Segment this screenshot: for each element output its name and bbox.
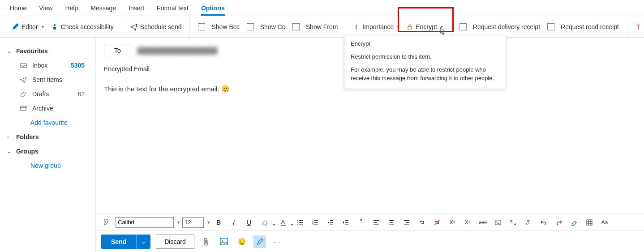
editor-pen-icon[interactable] [253, 235, 266, 248]
attach-icon[interactable] [200, 238, 212, 246]
align-right-button[interactable] [400, 216, 413, 229]
format-painter-icon[interactable] [100, 216, 113, 229]
sidebar-item-inbox[interactable]: Inbox 5305 [0, 58, 95, 73]
numbering-button[interactable]: 123 [309, 216, 322, 229]
show-from-toggle[interactable]: Show From [290, 21, 341, 32]
menu-help[interactable]: Help [59, 1, 84, 15]
inbox-icon [20, 62, 27, 68]
compose-pane: To ██████████████████ Encrypted Email Th… [95, 38, 644, 252]
redo-button[interactable] [553, 216, 565, 229]
bullets-button[interactable] [294, 216, 306, 229]
check-accessibility-button[interactable]: Check accessibility [48, 21, 116, 32]
rtl-button[interactable]: ¶ [522, 216, 535, 229]
subscript-button[interactable]: X2 [461, 216, 474, 229]
menu-format-text[interactable]: Format text [150, 1, 195, 15]
svg-text:!: ! [355, 23, 357, 30]
sidebar-folders-header[interactable]: › Folders [0, 130, 95, 144]
insert-image-icon[interactable] [218, 238, 230, 245]
align-center-button[interactable] [385, 216, 398, 229]
svg-rect-17 [314, 220, 318, 221]
superscript-button[interactable]: X2 [446, 216, 459, 229]
more-actions-button[interactable]: ··· [271, 238, 284, 245]
svg-text:¶: ¶ [510, 219, 513, 225]
format-toolbar: ▾ ▾ B I U ▾ A▾ 123 ” X2 X2 abc ¶ ¶ [96, 214, 644, 231]
chevron-down-icon: ⌄ [7, 149, 13, 154]
send-dropdown[interactable]: ⌄ [136, 235, 150, 249]
lock-icon [407, 24, 413, 30]
svg-rect-23 [330, 222, 333, 223]
menu-options[interactable]: Options [195, 1, 231, 15]
underline-button[interactable]: U [243, 216, 255, 229]
sidebar-groups-header[interactable]: ⌄ Groups [0, 144, 95, 158]
font-size-select[interactable] [182, 217, 204, 228]
insert-table-button[interactable] [583, 216, 596, 229]
undo-button[interactable] [537, 216, 550, 229]
svg-point-48 [222, 240, 223, 241]
show-bcc-toggle[interactable]: Show Bcc [195, 21, 242, 32]
new-group-link[interactable]: New group [0, 158, 95, 173]
drafts-label: Drafts [32, 90, 72, 98]
sidebar-favourites-header[interactable]: ⌄ Favourites [0, 44, 95, 58]
favourites-label: Favourites [16, 47, 48, 55]
show-cc-toggle[interactable]: Show Cc [244, 21, 288, 32]
message-body[interactable]: This is the text for the encrypted email… [96, 74, 644, 214]
menu-message[interactable]: Message [84, 1, 122, 15]
show-bcc-label: Show Bcc [211, 23, 239, 30]
editor-button[interactable]: Editor ▾ [9, 21, 47, 32]
svg-rect-47 [220, 239, 228, 245]
svg-point-51 [242, 240, 243, 241]
send-button[interactable]: Send [101, 235, 136, 249]
inbox-label: Inbox [32, 62, 65, 69]
menu-view[interactable]: View [33, 1, 59, 15]
highlight-button[interactable]: ▾ [258, 216, 273, 229]
importance-icon: ! [354, 23, 360, 30]
add-favourite-link[interactable]: Add favourite [0, 115, 95, 130]
folders-label: Folders [16, 133, 39, 141]
chevron-down-icon: ▾ [397, 24, 399, 29]
strikethrough-button[interactable]: abc [477, 216, 489, 229]
text-direction-button[interactable]: T [633, 21, 644, 32]
discard-button[interactable]: Discard [156, 235, 194, 249]
svg-rect-19 [314, 222, 318, 223]
encrypt-label: Encrypt [416, 23, 437, 30]
chevron-down-icon[interactable]: ▾ [177, 220, 180, 225]
drafts-count: 62 [77, 90, 95, 98]
checkbox-icon [292, 23, 300, 30]
align-left-button[interactable] [370, 216, 382, 229]
ltr-button[interactable]: ¶ [507, 216, 519, 229]
importance-button[interactable]: ! Importance ▾ [352, 21, 402, 32]
accessibility-icon [51, 23, 58, 30]
font-family-select[interactable] [116, 217, 174, 228]
request-read-receipt-toggle[interactable]: Request read receipt [545, 21, 622, 32]
svg-rect-9 [281, 225, 286, 226]
request-delivery-receipt-toggle[interactable]: Request delivery receipt [457, 21, 543, 32]
encrypt-button[interactable]: Encrypt ▾ [404, 21, 445, 32]
request-read-label: Request read receipt [561, 23, 619, 30]
svg-text:A: A [281, 219, 285, 225]
menu-home[interactable]: Home [4, 1, 33, 15]
text-direction-icon: T [635, 23, 643, 30]
svg-rect-13 [299, 222, 303, 223]
schedule-send-button[interactable]: Schedule send [128, 21, 185, 32]
sidebar-item-sent[interactable]: Sent Items [0, 73, 95, 87]
remove-link-button[interactable] [431, 216, 443, 229]
bold-button[interactable]: B [212, 216, 225, 229]
insert-link-button[interactable] [416, 216, 428, 229]
change-case-button[interactable]: Aa [598, 216, 611, 229]
svg-point-49 [239, 239, 245, 245]
to-button[interactable]: To [104, 44, 131, 57]
subject-field[interactable]: Encrypted Email [96, 57, 644, 74]
increase-indent-button[interactable] [339, 216, 352, 229]
italic-button[interactable]: I [228, 216, 240, 229]
menu-insert[interactable]: Insert [122, 1, 150, 15]
emoji-icon[interactable] [236, 238, 248, 246]
decrease-indent-button[interactable] [324, 216, 337, 229]
clear-format-button[interactable] [568, 216, 580, 229]
quote-button[interactable]: ” [355, 216, 367, 229]
insert-picture-button[interactable] [492, 216, 504, 229]
sidebar-item-drafts[interactable]: Drafts 62 [0, 87, 95, 101]
sidebar-item-archive[interactable]: Archive [0, 101, 95, 115]
recipient-chip[interactable]: ██████████████████ [137, 47, 218, 54]
font-color-button[interactable]: A▾ [276, 216, 291, 229]
chevron-down-icon[interactable]: ▾ [207, 220, 210, 225]
